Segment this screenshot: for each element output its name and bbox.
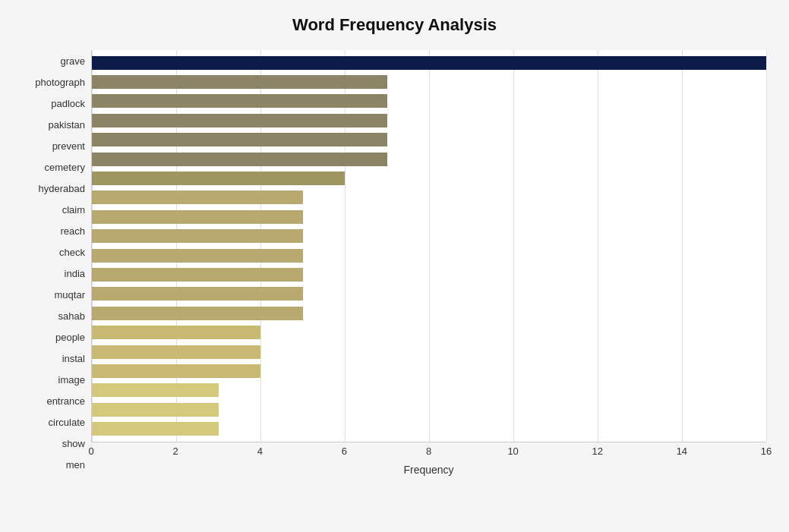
bar-row — [92, 209, 766, 225]
x-ticks: 0246810121416 — [91, 445, 766, 461]
bar-row — [92, 345, 766, 360]
bar — [92, 345, 260, 359]
y-label: show — [62, 439, 85, 449]
bar — [92, 326, 260, 339]
bar — [92, 229, 303, 243]
bars-wrapper — [91, 50, 766, 442]
bar — [92, 403, 219, 417]
chart-title: Word Frequency Analysis — [23, 15, 766, 35]
bar — [92, 287, 303, 301]
bar-row — [92, 286, 766, 301]
bar — [92, 75, 387, 89]
bar — [92, 56, 766, 70]
x-tick: 8 — [426, 445, 431, 457]
y-label: men — [66, 460, 85, 470]
x-axis: 0246810121416 Frequency — [91, 445, 766, 476]
y-axis: gravephotographpadlockpakistanpreventcem… — [23, 50, 91, 476]
y-label: image — [58, 375, 85, 385]
y-label: claim — [62, 205, 85, 215]
bar-row — [92, 171, 766, 186]
bar-row — [92, 382, 766, 398]
y-label: circulate — [49, 417, 85, 427]
bar-row — [92, 228, 766, 244]
bar — [92, 249, 303, 263]
bar — [92, 307, 303, 320]
bar — [92, 172, 345, 185]
y-label: padlock — [51, 99, 85, 109]
y-label: pakistan — [49, 120, 85, 130]
y-label: sahab — [58, 311, 85, 321]
bars-and-x: 0246810121416 Frequency — [91, 50, 766, 476]
bar — [92, 133, 387, 146]
x-tick: 2 — [173, 445, 178, 457]
bar — [92, 94, 387, 108]
y-label: muqtar — [55, 290, 85, 300]
x-tick: 16 — [761, 445, 772, 457]
y-label: cemetery — [45, 162, 85, 172]
bar — [92, 153, 387, 166]
y-label: photograph — [35, 77, 85, 87]
bar-row — [92, 267, 766, 282]
bar — [92, 210, 303, 224]
x-tick: 12 — [592, 445, 603, 457]
bar-row — [92, 113, 766, 128]
bar-row — [92, 402, 766, 417]
bar-row — [92, 364, 766, 379]
bar-row — [92, 152, 766, 167]
bar-row — [92, 325, 766, 340]
bar — [92, 114, 387, 127]
chart-area: gravephotographpadlockpakistanpreventcem… — [23, 50, 766, 476]
y-label: hyderabad — [39, 184, 85, 194]
bar — [92, 422, 219, 436]
bar-row — [92, 55, 766, 71]
x-axis-label: Frequency — [91, 464, 766, 476]
bar-row — [92, 132, 766, 147]
x-tick: 10 — [507, 445, 518, 457]
bar — [92, 364, 260, 378]
y-label: people — [55, 332, 85, 342]
y-label: prevent — [52, 141, 85, 151]
bar-row — [92, 74, 766, 90]
y-label: entrance — [46, 396, 85, 406]
bar-row — [92, 190, 766, 205]
grid-line — [766, 50, 767, 442]
y-label: instal — [62, 354, 85, 364]
bar — [92, 383, 219, 397]
chart-container: Word Frequency Analysis gravephotographp… — [0, 0, 789, 532]
x-tick: 6 — [342, 445, 347, 457]
bar-row — [92, 306, 766, 321]
y-label: reach — [60, 226, 85, 236]
bars-inner — [92, 50, 766, 442]
y-label: grave — [60, 56, 85, 66]
bar — [92, 268, 303, 282]
y-label: check — [59, 247, 85, 257]
bar-row — [92, 93, 766, 109]
y-label: india — [65, 269, 85, 279]
bar-row — [92, 421, 766, 436]
x-tick: 14 — [677, 445, 687, 457]
x-tick: 4 — [257, 445, 263, 457]
x-tick: 0 — [88, 445, 93, 457]
bar — [92, 190, 303, 204]
bar-row — [92, 248, 766, 263]
